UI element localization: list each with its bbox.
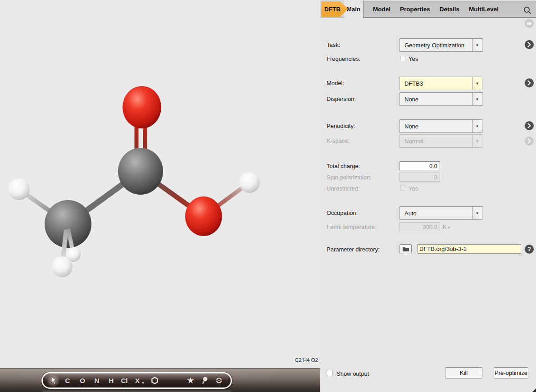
kspace-detail-button-disabled — [525, 137, 534, 146]
element-label-h: H — [109, 377, 114, 384]
pointer-tool-button[interactable] — [49, 374, 59, 387]
element-button-cl[interactable]: Cl — [119, 374, 130, 387]
occupation-label: Occupation: — [327, 210, 358, 217]
pointer-icon — [50, 377, 57, 385]
tab-bar: Model Properties Details MultiLevel Main… — [320, 0, 536, 18]
occupation-value: Auto — [400, 207, 472, 219]
periodicity-value: None — [400, 120, 472, 132]
search-icon[interactable] — [523, 6, 532, 15]
balloon-tool-button[interactable] — [200, 374, 209, 387]
parameter-directory-input[interactable] — [417, 244, 521, 254]
fermi-unit-dropdown: K — [443, 223, 450, 230]
task-label: Task: — [327, 41, 340, 49]
spin-polarization-label: Spin polarization: — [327, 174, 372, 181]
browse-directory-button[interactable] — [400, 244, 412, 254]
unrestricted-checkbox-label: Yes — [409, 185, 418, 192]
hamburger-icon — [527, 21, 532, 26]
fermi-temperature-input — [400, 222, 440, 231]
tab-multilevel[interactable]: MultiLevel — [469, 6, 499, 13]
folder-icon — [402, 246, 409, 252]
element-label-cl: Cl — [121, 377, 128, 384]
element-button-h[interactable]: H — [106, 374, 116, 387]
dftb-panel: Model Properties Details MultiLevel Main… — [320, 0, 536, 392]
task-detail-button[interactable] — [525, 40, 534, 49]
gear-icon: ⚙ — [215, 376, 223, 386]
task-value: Geometry Optimization — [400, 39, 472, 51]
periodicity-label: Periodicity: — [327, 123, 355, 130]
kspace-value: Normal — [400, 135, 472, 147]
dropdown-arrow-icon[interactable] — [472, 120, 482, 132]
element-button-n[interactable]: N — [92, 374, 102, 387]
element-label-n: N — [95, 377, 100, 384]
chevron-right-icon — [527, 123, 531, 128]
preoptimize-button[interactable]: Pre-optimize — [494, 367, 528, 378]
element-button-c[interactable]: C — [63, 374, 73, 387]
balloon-icon — [201, 377, 208, 384]
frequencies-label: Frequencies: — [327, 55, 360, 63]
tab-details[interactable]: Details — [440, 6, 459, 13]
element-toolbar: C O N H Cl X ▼ ★ — [41, 372, 232, 389]
element-label-c: C — [65, 377, 70, 384]
star-icon: ★ — [187, 376, 194, 385]
resize-grip[interactable] — [532, 388, 536, 392]
parameter-directory-label: Parameter directory: — [327, 246, 380, 253]
ring-tool-button[interactable] — [150, 374, 159, 387]
molecule-render — [0, 0, 320, 368]
dropdown-arrow-icon[interactable] — [472, 207, 482, 219]
dropdown-arrow-icon — [472, 135, 482, 147]
dftb-input-window: C2 H4 O2 C O N H Cl X ▼ — [0, 0, 536, 392]
periodicity-dropdown[interactable]: None — [400, 119, 482, 133]
kill-button[interactable]: Kill — [445, 367, 482, 378]
dispersion-value: None — [400, 93, 472, 105]
kspace-dropdown: Normal — [400, 134, 482, 148]
model-detail-button[interactable] — [525, 78, 534, 87]
element-button-x[interactable]: X — [132, 374, 142, 387]
element-button-o[interactable]: O — [77, 374, 87, 387]
chevron-right-icon — [527, 138, 531, 144]
dropdown-arrow-icon[interactable] — [472, 93, 482, 105]
chevron-right-icon — [527, 42, 531, 47]
star-tool-button[interactable]: ★ — [185, 374, 196, 387]
model-value: DFTB3 — [400, 77, 472, 90]
element-label-o: O — [80, 377, 85, 384]
dropdown-arrow-icon[interactable] — [472, 39, 482, 51]
show-output-label[interactable]: Show output — [336, 370, 369, 377]
molecule[interactable] — [0, 0, 320, 368]
frequencies-checkbox[interactable] — [400, 56, 405, 61]
question-icon: ? — [527, 246, 531, 252]
spin-polarization-input — [400, 173, 440, 182]
ring-icon — [151, 377, 159, 384]
kspace-label: K-space: — [327, 137, 350, 145]
unrestricted-checkbox — [400, 186, 405, 191]
tab-model[interactable]: Model — [373, 6, 391, 13]
dropdown-arrow-icon[interactable] — [472, 77, 482, 90]
unrestricted-label: Unrestricted: — [327, 185, 360, 192]
dispersion-label: Dispersion: — [327, 96, 356, 103]
occupation-dropdown[interactable]: Auto — [400, 206, 482, 220]
model-label: Model: — [327, 80, 344, 87]
dispersion-dropdown[interactable]: None — [400, 92, 482, 106]
viewer-toolbar-strip: C O N H Cl X ▼ ★ — [0, 368, 320, 392]
frequencies-checkbox-label[interactable]: Yes — [409, 55, 418, 62]
task-dropdown[interactable]: Geometry Optimization — [400, 38, 482, 52]
parameter-directory-help-button[interactable]: ? — [525, 245, 534, 254]
periodicity-detail-button[interactable] — [525, 121, 534, 130]
tab-properties[interactable]: Properties — [400, 6, 430, 13]
element-label-x: X — [135, 377, 140, 384]
fermi-temperature-label: Fermi temperature: — [327, 223, 377, 231]
settings-tool-button[interactable]: ⚙ — [213, 374, 224, 387]
formula-label: C2 H4 O2 — [295, 357, 318, 363]
model-dropdown[interactable]: DFTB3 — [400, 77, 482, 90]
total-charge-label: Total charge: — [327, 163, 360, 170]
panel-menu-button[interactable] — [525, 19, 534, 28]
inactive-tabs-group: Model Properties Details MultiLevel — [363, 1, 536, 18]
molecule-viewport[interactable]: C2 H4 O2 C O N H Cl X ▼ — [0, 0, 320, 392]
chevron-right-icon — [527, 80, 531, 86]
total-charge-input[interactable] — [400, 161, 440, 170]
element-menu-caret-icon[interactable]: ▼ — [141, 381, 145, 384]
show-output-checkbox[interactable] — [327, 370, 333, 376]
